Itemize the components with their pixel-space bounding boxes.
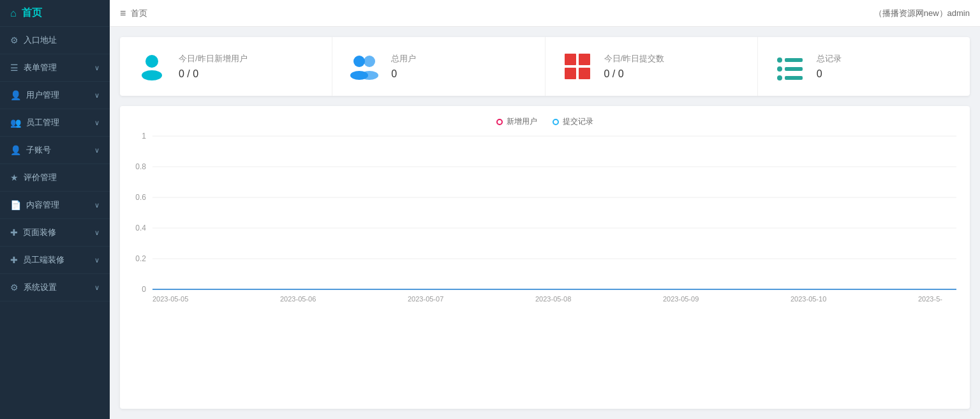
- plus-icon: ✚: [10, 255, 18, 265]
- sidebar-item-subaccount[interactable]: 👤 子账号 ∨: [0, 137, 110, 164]
- chevron-down-icon: ∨: [94, 119, 100, 127]
- svg-point-12: [777, 66, 782, 72]
- svg-rect-7: [579, 54, 590, 65]
- chevron-down-icon: ∨: [94, 284, 100, 292]
- sidebar-item-label: 用户管理: [26, 89, 94, 101]
- svg-text:1: 1: [142, 132, 146, 141]
- chevron-down-icon: ∨: [94, 64, 100, 72]
- stat-info-total-users: 总用户 0: [391, 53, 529, 80]
- svg-text:2023-05-07: 2023-05-07: [408, 295, 443, 303]
- gear-icon: ⚙: [10, 35, 19, 45]
- sidebar-item-label: 系统设置: [24, 282, 94, 293]
- svg-rect-11: [785, 58, 803, 62]
- stat-label-submissions: 今日/昨日提交数: [604, 53, 742, 65]
- sidebar-item-staff[interactable]: 👥 员工管理 ∨: [0, 109, 110, 137]
- legend-dot-pink: [496, 119, 503, 125]
- svg-text:2023-05-08: 2023-05-08: [535, 295, 571, 303]
- stat-label-total-users: 总用户: [391, 53, 529, 65]
- svg-text:2023-05-09: 2023-05-09: [663, 295, 699, 303]
- svg-point-10: [777, 57, 782, 63]
- sidebar-item-review[interactable]: ★ 评价管理: [0, 164, 110, 192]
- grid-icon: [561, 50, 594, 83]
- chevron-down-icon: ∨: [94, 229, 100, 237]
- sidebar-item-label: 入口地址: [24, 34, 100, 46]
- svg-rect-8: [565, 68, 576, 79]
- svg-point-2: [353, 56, 365, 67]
- plus-icon: ✚: [10, 227, 18, 238]
- stat-value-total-records: 0: [817, 68, 954, 80]
- legend-new-users: 新增用户: [496, 116, 537, 127]
- menu-toggle-button[interactable]: ≡: [120, 8, 126, 19]
- sidebar-item-pagedesign[interactable]: ✚ 页面装修 ∨: [0, 219, 110, 247]
- stat-info-new-users: 今日/昨日新增用户 0 / 0: [179, 53, 316, 80]
- svg-rect-6: [565, 54, 576, 65]
- svg-point-14: [777, 75, 782, 80]
- svg-text:0.4: 0.4: [135, 224, 146, 232]
- stat-value-new-users: 0 / 0: [179, 68, 316, 80]
- chevron-down-icon: ∨: [94, 146, 100, 155]
- svg-text:0.6: 0.6: [135, 193, 146, 202]
- stat-card-submissions: 今日/昨日提交数 0 / 0: [546, 37, 758, 96]
- svg-text:2023-05-05: 2023-05-05: [152, 295, 188, 303]
- sidebar-item-label: 表单管理: [24, 62, 94, 73]
- topbar-left: ≡ 首页: [120, 8, 147, 19]
- stat-value-total-users: 0: [391, 68, 529, 80]
- user-single-icon: [135, 50, 168, 83]
- sidebar-item-label: 员工管理: [26, 117, 94, 128]
- stat-label-new-users: 今日/昨日新增用户: [179, 53, 316, 65]
- person-group-icon: 👥: [10, 118, 21, 128]
- list-dots-icon: [773, 50, 806, 83]
- sidebar-item-staffdesign[interactable]: ✚ 员工端装修 ∨: [0, 247, 110, 274]
- svg-point-3: [364, 56, 375, 67]
- sidebar-item-settings[interactable]: ⚙ 系统设置 ∨: [0, 274, 110, 301]
- sidebar-item-label: 评价管理: [24, 172, 100, 183]
- svg-rect-15: [785, 76, 803, 80]
- chevron-down-icon: ∨: [94, 201, 100, 210]
- sidebar: ⌂ 首页 ⚙ 入口地址 ☰ 表单管理 ∨ 👤 用户管理 ∨ 👥 员工管理 ∨ 👤…: [0, 0, 110, 419]
- sidebar-item-users[interactable]: 👤 用户管理 ∨: [0, 82, 110, 109]
- svg-text:2023-05-06: 2023-05-06: [280, 295, 316, 303]
- svg-text:0.8: 0.8: [135, 162, 146, 171]
- user-info: （播播资源网new）admin: [874, 8, 970, 19]
- stat-info-total-records: 总记录 0: [817, 53, 954, 80]
- sidebar-home-label: 首页: [22, 6, 42, 20]
- chevron-down-icon: ∨: [94, 256, 100, 264]
- stat-card-new-users: 今日/昨日新增用户 0 / 0: [120, 37, 332, 96]
- legend-label-new-users: 新增用户: [507, 116, 537, 127]
- chart-area: 新增用户 提交记录 1 0.8 0.6 0.4 0.2 0: [120, 106, 970, 409]
- svg-text:0.2: 0.2: [135, 254, 146, 263]
- sidebar-item-label: 员工端装修: [23, 254, 94, 266]
- svg-point-0: [145, 55, 158, 68]
- sidebar-item-label: 内容管理: [26, 199, 94, 211]
- sidebar-header[interactable]: ⌂ 首页: [0, 0, 110, 27]
- stat-label-total-records: 总记录: [817, 53, 954, 65]
- stats-row: 今日/昨日新增用户 0 / 0 总用户 0: [120, 37, 970, 96]
- gear-icon: ⚙: [10, 282, 19, 293]
- sidebar-item-label: 页面装修: [23, 227, 94, 238]
- sidebar-item-content[interactable]: 📄 内容管理 ∨: [0, 192, 110, 219]
- stat-card-total-records: 总记录 0: [758, 37, 970, 96]
- svg-text:2023-5-: 2023-5-: [918, 295, 942, 303]
- breadcrumb: 首页: [131, 8, 147, 19]
- book-icon: 📄: [10, 200, 21, 210]
- list-icon: ☰: [10, 63, 19, 73]
- svg-text:0: 0: [142, 285, 146, 294]
- svg-rect-9: [579, 68, 590, 79]
- chart-legend: 新增用户 提交记录: [130, 116, 960, 127]
- sidebar-item-label: 子账号: [26, 144, 94, 156]
- svg-point-5: [360, 71, 378, 80]
- stat-value-submissions: 0 / 0: [604, 68, 742, 80]
- star-icon: ★: [10, 172, 19, 183]
- user-group-icon: [348, 50, 381, 83]
- chevron-down-icon: ∨: [94, 91, 100, 100]
- chart-container: 1 0.8 0.6 0.4 0.2 0 2023-05-05 2023-05-0…: [130, 132, 960, 311]
- topbar: ≡ 首页 （播播资源网new）admin: [110, 0, 980, 27]
- legend-label-submissions: 提交记录: [563, 116, 593, 127]
- main-content: ≡ 首页 （播播资源网new）admin 今日/昨日新增用户 0 / 0: [110, 0, 980, 419]
- person-icon: 👤: [10, 90, 21, 100]
- stat-info-submissions: 今日/昨日提交数 0 / 0: [604, 53, 742, 80]
- home-icon: ⌂: [10, 8, 17, 19]
- sidebar-item-form[interactable]: ☰ 表单管理 ∨: [0, 54, 110, 82]
- sidebar-item-entrance[interactable]: ⚙ 入口地址: [0, 27, 110, 54]
- svg-rect-13: [785, 67, 803, 71]
